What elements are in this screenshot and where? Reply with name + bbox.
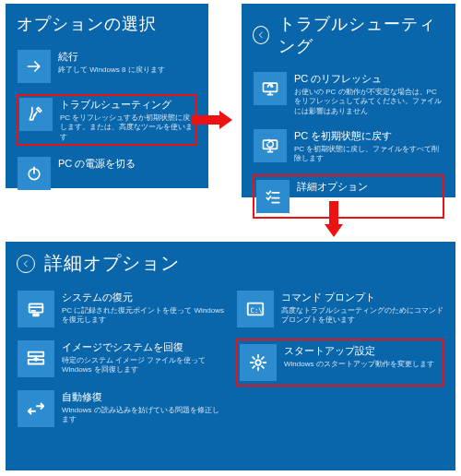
- option-desc: Windows のスタートアップ動作を変更します: [284, 360, 434, 369]
- image-recovery-icon: [18, 340, 54, 377]
- option-continue[interactable]: 続行 終了して Windows 8 に戻ります: [17, 48, 197, 85]
- option-desc: PC を初期状態に戻し、ファイルをすべて削除します: [294, 145, 443, 164]
- svg-text:C:\: C:\: [251, 306, 263, 315]
- panel-title: トラブルシューティング: [278, 13, 444, 57]
- option-troubleshoot[interactable]: トラブルシューティング PC をリフレッシュするか初期状態に戻します。または、高…: [17, 94, 197, 146]
- col-left: システムの復元 PC に記録された復元ポイントを使って Windows を復元し…: [17, 289, 225, 438]
- svg-point-9: [255, 360, 261, 365]
- option-desc: PC をリフレッシュするか初期状態に戻します。または、高度なツールを使います: [60, 113, 195, 142]
- option-text: 詳細オプション: [297, 180, 368, 194]
- checklist-icon: [256, 180, 290, 213]
- option-text: PC を初期状態に戻す PC を初期状態に戻し、ファイルをすべて削除します: [294, 129, 443, 164]
- reset-pc-icon: [254, 129, 287, 162]
- option-text: コマンド プロンプト 高度なトラブルシューティングのためにコマンド プロンプトを…: [281, 291, 443, 326]
- panel-header: オプションの選択: [17, 13, 197, 35]
- option-text: PC の電源を切る: [58, 157, 136, 171]
- option-image-recovery[interactable]: イメージでシステムを回復 特定のシステム イメージ ファイルを使って Windo…: [17, 339, 225, 379]
- tools-icon: [19, 98, 53, 131]
- option-title: コマンド プロンプト: [281, 292, 443, 304]
- option-text: イメージでシステムを回復 特定のシステム イメージ ファイルを使って Windo…: [62, 340, 224, 375]
- panel-advanced-options: 詳細オプション システムの復元 PC に記録された復元ポイントを使って Wind…: [6, 242, 455, 470]
- option-text: トラブルシューティング PC をリフレッシュするか初期状態に戻します。または、高…: [60, 98, 195, 142]
- auto-repair-icon: [18, 390, 54, 427]
- panel-title: 詳細オプション: [44, 251, 180, 276]
- panel-troubleshoot: トラブルシューティング PC のリフレッシュ お使いの PC の動作が不安定な場…: [242, 4, 455, 197]
- power-icon: [18, 157, 51, 190]
- option-title: スタートアップ設定: [284, 345, 434, 358]
- arrow-right-icon: [18, 50, 51, 83]
- option-desc: 高度なトラブルシューティングのためにコマンド プロンプトを使います: [281, 306, 443, 326]
- option-desc: お使いの PC の動作が不安定な場合は、PC をリフレッシュしてみてください。フ…: [294, 88, 443, 116]
- panel-title: オプションの選択: [17, 13, 157, 35]
- option-title: PC を初期状態に戻す: [294, 130, 443, 143]
- panel-header: トラブルシューティング: [253, 13, 444, 57]
- option-cmd-prompt[interactable]: C:\ コマンド プロンプト 高度なトラブルシューティングのためにコマンド プロ…: [236, 289, 444, 329]
- restore-icon: [18, 291, 54, 327]
- option-desc: 特定のシステム イメージ ファイルを使って Windows を回復します: [62, 356, 224, 375]
- option-title: 詳細オプション: [297, 181, 368, 194]
- option-text: 続行 終了して Windows 8 に戻ります: [58, 50, 165, 75]
- option-reset-pc[interactable]: PC を初期状態に戻す PC を初期状態に戻し、ファイルをすべて削除します: [253, 127, 444, 166]
- option-refresh-pc[interactable]: PC のリフレッシュ お使いの PC の動作が不安定な場合は、PC をリフレッシ…: [253, 70, 444, 118]
- back-icon[interactable]: [253, 26, 269, 44]
- option-startup-settings[interactable]: スタートアップ設定 Windows のスタートアップ動作を変更します: [236, 339, 444, 387]
- option-desc: 終了して Windows 8 に戻ります: [58, 65, 165, 75]
- option-title: 自動修復: [62, 391, 224, 404]
- option-auto-repair[interactable]: 自動修復 Windows の読み込みを妨げている問題を修正します: [17, 388, 225, 429]
- option-system-restore[interactable]: システムの復元 PC に記録された復元ポイントを使って Windows を復元し…: [17, 289, 225, 329]
- col-right: C:\ コマンド プロンプト 高度なトラブルシューティングのためにコマンド プロ…: [236, 289, 444, 438]
- option-text: システムの復元 PC に記録された復元ポイントを使って Windows を復元し…: [62, 291, 224, 326]
- cmd-icon: C:\: [237, 291, 274, 327]
- option-title: PC のリフレッシュ: [294, 73, 443, 86]
- option-text: 自動修復 Windows の読み込みを妨げている問題を修正します: [62, 390, 224, 425]
- option-text: PC のリフレッシュ お使いの PC の動作が不安定な場合は、PC をリフレッシ…: [294, 72, 443, 116]
- option-shutdown[interactable]: PC の電源を切る: [17, 155, 197, 192]
- gear-icon: [240, 344, 277, 381]
- svg-rect-4: [33, 315, 39, 316]
- option-title: PC の電源を切る: [58, 158, 136, 171]
- option-desc: Windows の読み込みを妨げている問題を修正します: [62, 406, 224, 425]
- panel-body: システムの復元 PC に記録された復元ポイントを使って Windows を復元し…: [17, 289, 444, 438]
- option-desc: PC に記録された復元ポイントを使って Windows を復元します: [62, 306, 224, 326]
- back-icon[interactable]: [17, 255, 35, 273]
- option-advanced[interactable]: 詳細オプション: [253, 174, 444, 219]
- option-title: 続行: [58, 51, 165, 64]
- option-title: システムの復元: [62, 292, 224, 304]
- option-text: スタートアップ設定 Windows のスタートアップ動作を変更します: [284, 344, 434, 369]
- panel-choose-option: オプションの選択 続行 終了して Windows 8 に戻ります トラブルシュー…: [6, 4, 208, 188]
- refresh-pc-icon: [254, 72, 287, 105]
- panel-header: 詳細オプション: [17, 251, 444, 276]
- option-title: トラブルシューティング: [60, 99, 195, 112]
- option-title: イメージでシステムを回復: [62, 341, 224, 354]
